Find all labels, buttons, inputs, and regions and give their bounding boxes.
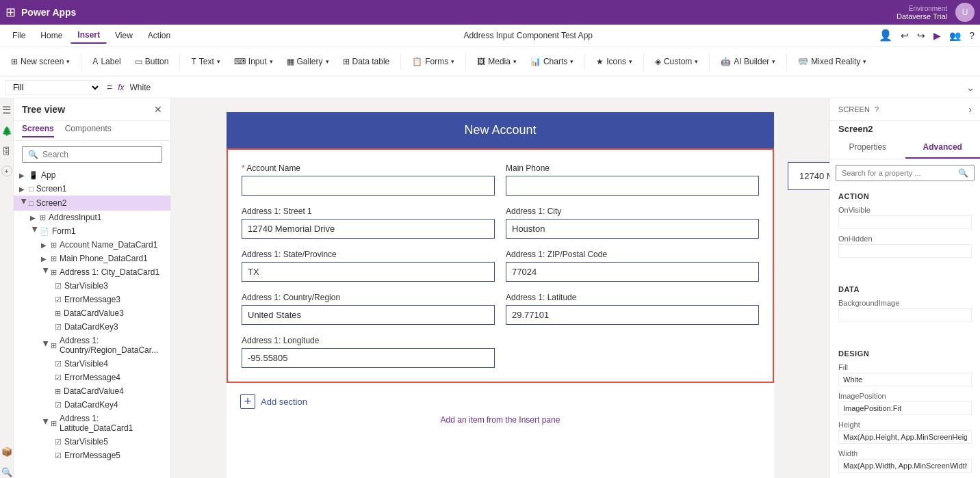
tree-title: Tree view (22, 104, 65, 115)
user-mgmt-icon[interactable]: 👥 (949, 30, 961, 41)
icons-button[interactable]: ★ Icons ▾ (591, 54, 638, 69)
aibuilder-button[interactable]: 🤖 AI Builder ▾ (715, 54, 781, 69)
media-button[interactable]: 🖼 Media ▾ (472, 54, 522, 69)
right-panel-collapse[interactable]: › (968, 104, 972, 115)
input-longitude[interactable] (242, 348, 495, 368)
menu-file[interactable]: File (5, 28, 32, 43)
tree-search-input[interactable] (42, 150, 156, 159)
tree-item-errormessage4[interactable]: ☑ ErrorMessage4 (14, 371, 170, 384)
input-imageposition[interactable] (838, 401, 972, 415)
input-zip[interactable] (506, 262, 759, 282)
tree-item-datacardkey3[interactable]: ☑ DataCardKey3 (14, 320, 170, 334)
sidebar-icon-data[interactable]: 🗄 (1, 145, 13, 157)
custom-button[interactable]: ◈ Custom ▾ (649, 54, 704, 69)
formula-expand-icon[interactable]: ⌄ (966, 82, 975, 93)
input-state[interactable] (242, 262, 495, 282)
main-layout: ☰ 🌲 🗄 + 📦 🔍 Tree view ✕ Screens Componen… (0, 98, 980, 478)
prop-imageposition: ImagePosition (838, 392, 972, 415)
tree-item-form1[interactable]: ▶ 📄 Form1 (14, 224, 170, 238)
tree-label-em4: ErrorMessage4 (64, 373, 165, 382)
datatable-button[interactable]: ⊞ Data table (337, 54, 396, 69)
input-main-phone[interactable] (506, 176, 759, 196)
tree-item-screen1[interactable]: ▶ □ Screen1 (14, 182, 170, 196)
label-button[interactable]: A Label (87, 54, 126, 69)
input-city[interactable] (506, 219, 759, 239)
sidebar-icon-search[interactable]: 🔍 (1, 466, 13, 478)
form1-icon: 📄 (40, 227, 49, 236)
field-zip: Address 1: ZIP/Postal Code (506, 250, 759, 282)
redo-icon[interactable]: ↪ (917, 30, 925, 41)
waffle-icon[interactable]: ⊞ (5, 5, 16, 20)
right-panel-search-input[interactable] (842, 169, 955, 177)
tree-item-city[interactable]: ▶ ⊞ Address 1: City_DataCard1 (14, 265, 170, 279)
right-panel-header: SCREEN ? › (830, 98, 980, 121)
tree-item-country[interactable]: ▶ ⊞ Address 1: Country/Region_DataCar... (14, 334, 170, 357)
tree-item-starvisible3[interactable]: ☑ StarVisible3 (14, 279, 170, 293)
menu-view[interactable]: View (108, 28, 140, 43)
input-onvisible[interactable] (838, 215, 972, 229)
tree-item-addressinput[interactable]: ▶ ⊞ AddressInput1 (14, 211, 170, 224)
tree-item-datacardvalue4[interactable]: ⊞ DataCardValue4 (14, 384, 170, 398)
formula-property-select[interactable]: Fill (5, 80, 101, 95)
account-icon[interactable]: 👤 (879, 29, 892, 42)
tree-item-starvisible4[interactable]: ☑ StarVisible4 (14, 357, 170, 371)
formula-input[interactable] (130, 83, 961, 92)
tree-item-latitude[interactable]: ▶ ⊞ Address 1: Latitude_DataCard1 (14, 412, 170, 435)
new-screen-button[interactable]: ⊞ New screen ▾ (5, 54, 75, 69)
gallery-button[interactable]: ▦ Gallery ▾ (281, 54, 335, 69)
avatar[interactable]: U (955, 3, 975, 22)
play-icon[interactable]: ▶ (933, 30, 941, 41)
input-onhidden[interactable] (838, 244, 972, 258)
expand-icon-ai: ▶ (30, 214, 40, 222)
label-longitude: Address 1: Longitude (242, 336, 495, 345)
help-icon[interactable]: ? (969, 30, 975, 41)
menu-action[interactable]: Action (141, 28, 177, 43)
tree-close-button[interactable]: ✕ (154, 104, 162, 115)
field-account-name: Account Name (242, 163, 495, 196)
tree-label-dck4: DataCardKey4 (64, 400, 165, 410)
sidebar-icon-tree[interactable]: 🌲 (1, 124, 13, 137)
help-circle-icon[interactable]: ? (875, 105, 879, 114)
tree-item-datacardkey4[interactable]: ☑ DataCardKey4 (14, 398, 170, 412)
tree-item-app[interactable]: ▶ 📱 App (14, 168, 170, 182)
sidebar-icon-variables[interactable]: 📦 (1, 445, 13, 457)
title-bar-right: Environment Dataverse Trial U (897, 3, 975, 22)
tree-tab-screens[interactable]: Screens (22, 124, 54, 137)
tree-item-starvisible5[interactable]: ☑ StarVisible5 (14, 435, 170, 449)
right-tab-properties[interactable]: Properties (830, 137, 905, 159)
sidebar-icon-menu[interactable]: ☰ (1, 104, 13, 116)
input-fill[interactable] (838, 373, 972, 386)
formula-fx-icon: fx (118, 83, 124, 92)
menu-insert[interactable]: Insert (70, 27, 107, 44)
undo-icon[interactable]: ↩ (901, 30, 909, 41)
right-tab-advanced[interactable]: Advanced (905, 137, 981, 159)
input-latitude[interactable] (506, 305, 759, 325)
tree-item-errormessage3[interactable]: ☑ ErrorMessage3 (14, 293, 170, 306)
tree-header: Tree view ✕ (14, 98, 170, 121)
tree-tab-components[interactable]: Components (65, 124, 112, 137)
menu-home[interactable]: Home (34, 28, 69, 43)
input-account-name[interactable] (242, 176, 495, 196)
tree-item-screen2[interactable]: ▶ □ Screen2 … (14, 196, 170, 211)
input-bgimage[interactable] (838, 308, 972, 322)
errormessage4-icon: ☑ (55, 373, 62, 382)
tree-item-accountname[interactable]: ▶ ⊞ Account Name_DataCard1 (14, 238, 170, 252)
forms-button[interactable]: 📋 Forms ▾ (407, 54, 460, 69)
input-width[interactable] (838, 459, 972, 473)
tree-item-mainphone[interactable]: ▶ ⊞ Main Phone_DataCard1 (14, 252, 170, 265)
mixedreality-button[interactable]: 🥽 Mixed Reality ▾ (792, 54, 872, 69)
input-street1[interactable] (242, 219, 495, 239)
button-button[interactable]: ▭ Button (129, 54, 175, 69)
accountname-icon: ⊞ (51, 241, 57, 250)
media-chevron: ▾ (513, 58, 517, 65)
charts-button[interactable]: 📊 Charts ▾ (525, 54, 579, 69)
add-section-button[interactable]: + Add section (227, 383, 774, 420)
sidebar-icon-plus[interactable]: + (1, 165, 12, 176)
datacardvalue4-icon: ⊞ (55, 387, 61, 396)
tree-item-errormessage5[interactable]: ☑ ErrorMessage5 (14, 449, 170, 462)
input-button[interactable]: ⌨ Input ▾ (229, 54, 279, 69)
tree-item-datacardvalue3[interactable]: ⊞ DataCardValue3 (14, 306, 170, 320)
input-country[interactable] (242, 305, 495, 325)
text-button[interactable]: T Text ▾ (185, 54, 225, 69)
input-height[interactable] (838, 430, 972, 444)
